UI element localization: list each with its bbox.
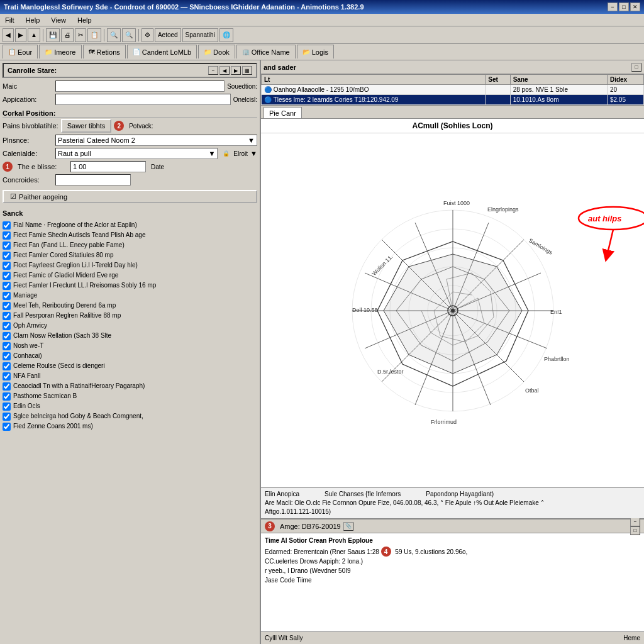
- status-row3: Aftgo.1.011.121-10015): [265, 508, 640, 516]
- maximize-button[interactable]: □: [619, 3, 629, 11]
- checkbox-15[interactable]: [3, 372, 11, 380]
- expand-btn[interactable]: ▦: [242, 66, 252, 75]
- checkbox-5[interactable]: [3, 272, 11, 280]
- msg-line1: Time Al Sotior Crean Provh Epploue: [265, 536, 640, 545]
- partner-icon: ☑: [10, 192, 16, 201]
- search-button[interactable]: 🔍: [107, 28, 121, 42]
- office-icon: 🏢: [242, 48, 250, 55]
- cut-button[interactable]: ✂: [75, 28, 86, 42]
- forward-button[interactable]: ▶: [15, 28, 26, 42]
- svg-text:Wolion 11.: Wolion 11.: [370, 253, 394, 277]
- svg-text:Otbal: Otbal: [525, 387, 539, 394]
- checkbox-16[interactable]: [3, 382, 11, 391]
- svg-text:D.5r./estor: D.5r./estor: [377, 369, 404, 375]
- checkbox-item-9: Fall Pesrporan Reglren Raliltive 88 mp: [3, 311, 257, 320]
- close-button[interactable]: ✕: [630, 3, 640, 11]
- menu-view[interactable]: View: [48, 16, 69, 25]
- plnsnce-dropdown[interactable]: Pasterial Cateed Noom 2 ▼: [55, 135, 257, 146]
- msg-min-btn[interactable]: −: [630, 518, 640, 526]
- checkbox-4[interactable]: [3, 262, 11, 270]
- concroides-input[interactable]: [55, 174, 131, 186]
- tab-logis[interactable]: 📂 Logis: [297, 45, 334, 58]
- checkbox-11[interactable]: [3, 332, 11, 340]
- zoom-button[interactable]: 🔍: [122, 28, 136, 42]
- checkbox-0[interactable]: [3, 221, 11, 230]
- paste-button[interactable]: 📋: [87, 28, 101, 42]
- checkbox-10[interactable]: [3, 322, 11, 330]
- menu-filt[interactable]: Filt: [3, 16, 17, 25]
- checkbox-item-2: Fiect Fan (Fand LL. Enecy pable Fame): [3, 241, 257, 250]
- menu-help1[interactable]: Help: [23, 16, 43, 25]
- checkbox-7[interactable]: [3, 292, 11, 300]
- tab-candent[interactable]: 📄 Candent LoMLb: [127, 45, 197, 58]
- chart-status: Elin Anopica Sule Chanses {fle Infernors…: [261, 487, 644, 518]
- checkbox-20[interactable]: [3, 423, 11, 431]
- checkbox-13[interactable]: [3, 352, 11, 360]
- concroides-row: Concroides:: [3, 174, 257, 186]
- svg-text:Phabrtllon: Phabrtllon: [544, 356, 570, 362]
- partner-button[interactable]: ☑ Paither aogeing: [3, 190, 257, 203]
- back-button[interactable]: ◀: [3, 28, 14, 42]
- tab-office-name[interactable]: 🏢 Office Name: [236, 45, 296, 58]
- lock-icon: 🔒: [223, 150, 230, 157]
- checkbox-9[interactable]: [3, 312, 11, 320]
- candent-icon: 📄: [133, 48, 140, 55]
- badge-1: 1: [3, 162, 13, 172]
- cell-didex-1: $2.05: [607, 95, 643, 105]
- tab-dook[interactable]: 📁 Dook: [198, 45, 235, 58]
- checkbox-item-18: Edin Ocls: [3, 402, 257, 411]
- checkbox-18[interactable]: [3, 402, 11, 411]
- partner-label: Paither aogeing: [19, 193, 67, 201]
- nav-btn2[interactable]: ▶: [231, 66, 241, 75]
- checkbox-item-0: Fial Name · Fregloone of the Aclor at Ea…: [3, 221, 257, 230]
- sawer-button[interactable]: Sawer tibhts: [61, 119, 112, 133]
- minimize-button[interactable]: −: [608, 3, 618, 11]
- tab-imeore[interactable]: 📁 Imeore: [39, 45, 81, 58]
- checkbox-item-10: Oph Arnvicy: [3, 321, 257, 330]
- checkbox-19[interactable]: [3, 413, 11, 421]
- minus-btn[interactable]: −: [208, 66, 218, 75]
- checkbox-item-6: Fiect Famler l Freclunt LL.l Rreisomas S…: [3, 281, 257, 290]
- status-row1: Elin Anopica Sule Chanses {fle Infernors…: [265, 490, 640, 499]
- appication-input[interactable]: [55, 94, 231, 105]
- maic-row: Maic Souedtion:: [3, 80, 257, 92]
- canrolle-header: Canrolle Stare: − ◀ ▶ ▦: [3, 63, 257, 78]
- checkbox-14[interactable]: [3, 362, 11, 370]
- checkbox-2[interactable]: [3, 242, 11, 250]
- table-row[interactable]: 🔵 Oanhog Allaaoolle - 1295 10/mBO 28 pos…: [262, 85, 644, 95]
- separator-2: [104, 29, 104, 42]
- menu-help2[interactable]: Help: [75, 16, 94, 25]
- eblisse-input[interactable]: [70, 161, 146, 172]
- spannatihi-button[interactable]: Spannatihi: [182, 28, 218, 42]
- up-button[interactable]: ▲: [28, 28, 40, 42]
- aetoed-button[interactable]: Aetoed: [155, 28, 181, 42]
- tab-eour[interactable]: 📋 Eour: [3, 45, 38, 58]
- checkbox-17[interactable]: [3, 392, 11, 401]
- msg-line6: Jase Code Tiime: [265, 575, 640, 585]
- nav-btn1[interactable]: ◀: [219, 66, 230, 75]
- save-button[interactable]: 💾: [46, 28, 60, 42]
- elroit-label: Elroit: [233, 150, 248, 157]
- calenialde-dropdown[interactable]: Raut a pull ▼: [55, 148, 218, 159]
- checkbox-6[interactable]: [3, 282, 11, 290]
- souedtion-input[interactable]: [55, 80, 225, 92]
- col-sane: Sane: [510, 75, 607, 85]
- table-min-btn[interactable]: □: [631, 63, 641, 72]
- title-bar: Trati Manloglessl Sofirwery Sde - Condro…: [0, 0, 644, 14]
- globe-button[interactable]: 🌐: [219, 28, 233, 42]
- svg-text:Samloings: Samloings: [528, 237, 554, 256]
- checkbox-12[interactable]: [3, 342, 11, 350]
- checkbox-8[interactable]: [3, 302, 11, 310]
- message-attach-btn[interactable]: 📎: [343, 522, 353, 531]
- checkbox-item-13: Conhacai): [3, 352, 257, 360]
- pie-tab[interactable]: Pie Canr: [264, 107, 302, 118]
- checkbox-label-17: Pasthome Sacmican B: [13, 392, 77, 400]
- print-button[interactable]: 🖨: [61, 28, 74, 42]
- table-row-selected[interactable]: 🔵 Tleses lme: 2 leamds Cories T18:120.94…: [262, 95, 644, 105]
- checkbox-3[interactable]: [3, 252, 11, 260]
- tab-retions[interactable]: 🗺 Retions: [83, 45, 126, 58]
- elroit-arrow: ▼: [250, 150, 257, 157]
- checkbox-label-7: Maniage: [13, 291, 37, 299]
- settings-button[interactable]: ⚙: [142, 28, 153, 42]
- checkbox-1[interactable]: [3, 231, 11, 240]
